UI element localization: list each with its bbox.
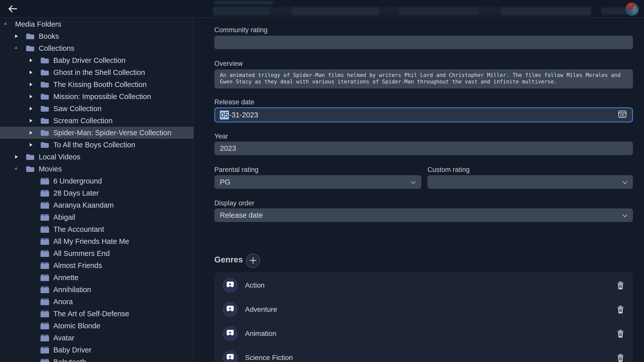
tree-item-label: Annihilation bbox=[53, 286, 91, 294]
tree-item-media-folders[interactable]: Media Folders bbox=[0, 18, 193, 30]
community-rating-input[interactable] bbox=[214, 36, 633, 49]
display-order-label: Display order bbox=[214, 199, 254, 207]
tree-item-label: 6 Underground bbox=[53, 177, 102, 185]
delete-genre-button[interactable] bbox=[617, 282, 624, 289]
parental-rating-label: Parental rating bbox=[214, 166, 259, 174]
user-avatar[interactable] bbox=[625, 2, 639, 16]
tree-item-spider-man-spider-verse-collection[interactable]: Spider-Man: Spider-Verse Collection bbox=[0, 127, 193, 139]
release-date-rest: -31-2023 bbox=[229, 111, 258, 119]
back-button[interactable] bbox=[8, 5, 18, 13]
caret-collapsed-icon[interactable] bbox=[30, 95, 40, 98]
release-date-input[interactable]: 05-31-2023 bbox=[214, 107, 633, 122]
caret-expanded-icon[interactable] bbox=[15, 167, 26, 170]
tree-item-atomic-blonde[interactable]: Atomic Blonde bbox=[0, 320, 193, 332]
caret-collapsed-icon[interactable] bbox=[15, 155, 26, 159]
tree-item-collections[interactable]: Collections bbox=[0, 42, 193, 54]
custom-rating-select[interactable] bbox=[427, 175, 633, 189]
tree-item-label: To All the Boys Collection bbox=[53, 141, 135, 149]
overview-textarea[interactable]: An animated trilogy of Spider-Man films … bbox=[214, 69, 633, 88]
tree-item-label: All Summers End bbox=[53, 249, 110, 258]
tree-item-label: Almost Friends bbox=[53, 261, 102, 270]
tree-item-label: Spider-Man: Spider-Verse Collection bbox=[53, 129, 171, 137]
folder-icon bbox=[40, 105, 49, 112]
trash-icon bbox=[617, 310, 624, 314]
display-order-select[interactable]: Release date bbox=[214, 208, 633, 222]
folder-icon bbox=[40, 117, 49, 124]
delete-genre-button[interactable] bbox=[617, 330, 624, 338]
year-input[interactable]: 2023 bbox=[214, 142, 633, 155]
tree-item-baby-driver[interactable]: Baby Driver bbox=[0, 344, 193, 356]
chevron-down-icon bbox=[622, 178, 628, 187]
year-value: 2023 bbox=[220, 144, 236, 153]
tree-item-label: The Art of Self-Defense bbox=[53, 310, 129, 318]
tree-item-babyteeth[interactable]: Babyteeth bbox=[0, 356, 193, 362]
caret-collapsed-icon[interactable] bbox=[30, 119, 40, 122]
tree-item-local-videos[interactable]: Local Videos bbox=[0, 151, 193, 163]
caret-collapsed-icon[interactable] bbox=[30, 83, 40, 86]
tree-item-baby-driver-collection[interactable]: Baby Driver Collection bbox=[0, 54, 193, 66]
movie-icon bbox=[40, 322, 49, 330]
chevron-down-icon bbox=[622, 211, 628, 220]
tree-item-to-all-the-boys-collection[interactable]: To All the Boys Collection bbox=[0, 139, 193, 151]
tree-item-label: Ghost in the Shell Collection bbox=[53, 68, 145, 77]
tree-item-anora[interactable]: Anora bbox=[0, 296, 193, 308]
caret-collapsed-icon[interactable] bbox=[30, 71, 40, 74]
parental-rating-select[interactable]: PG bbox=[214, 175, 421, 189]
trash-icon bbox=[617, 334, 624, 338]
genre-row: Animation bbox=[214, 322, 633, 346]
tree-item-saw-collection[interactable]: Saw Collection bbox=[0, 103, 193, 115]
tree-item-mission-impossible-collection[interactable]: Mission: Impossible Collection bbox=[0, 90, 193, 103]
tree-item-aaranya-kaandam[interactable]: Aaranya Kaandam bbox=[0, 199, 193, 211]
caret-expanded-icon[interactable] bbox=[15, 47, 26, 50]
tree-item-annihilation[interactable]: Annihilation bbox=[0, 284, 193, 296]
tree-item-label: The Accountant bbox=[53, 225, 104, 234]
caret-expanded-icon[interactable] bbox=[5, 23, 15, 26]
tree-item-28-days-later[interactable]: 28 Days Later bbox=[0, 187, 193, 199]
tree-item-scream-collection[interactable]: Scream Collection bbox=[0, 115, 193, 127]
caret-collapsed-icon[interactable] bbox=[15, 34, 26, 38]
tree-item-books[interactable]: Books bbox=[0, 30, 193, 42]
tree-item-the-kissing-booth-collection[interactable]: The Kissing Booth Collection bbox=[0, 78, 193, 90]
tree-item-all-my-friends-hate-me[interactable]: All My Friends Hate Me bbox=[0, 235, 193, 247]
genres-list: ActionAdventureAnimationScience Fiction bbox=[214, 272, 633, 362]
folder-icon bbox=[26, 165, 35, 173]
tree-item-almost-friends[interactable]: Almost Friends bbox=[0, 259, 193, 272]
tree-item-the-art-of-self-defense[interactable]: The Art of Self-Defense bbox=[0, 308, 193, 320]
caret-collapsed-icon[interactable] bbox=[30, 131, 40, 134]
plus-icon bbox=[249, 257, 257, 265]
tree-item-the-accountant[interactable]: The Accountant bbox=[0, 223, 193, 235]
tree-item-label: Abigail bbox=[53, 213, 75, 221]
delete-genre-button[interactable] bbox=[617, 354, 624, 362]
tree-item-label: Avatar bbox=[53, 334, 74, 342]
tree-item-label: 28 Days Later bbox=[53, 189, 99, 197]
genre-label: Adventure bbox=[245, 305, 617, 313]
tree-item-ghost-in-the-shell-collection[interactable]: Ghost in the Shell Collection bbox=[0, 66, 193, 78]
movie-icon bbox=[40, 238, 49, 245]
add-genre-button[interactable] bbox=[246, 254, 260, 268]
caret-collapsed-icon[interactable] bbox=[30, 107, 40, 110]
tree-item-label: The Kissing Booth Collection bbox=[53, 80, 147, 89]
scrolled-form-field-ghost bbox=[213, 7, 591, 16]
tree-item-movies[interactable]: Movies bbox=[0, 163, 193, 175]
genre-avatar bbox=[223, 327, 237, 340]
calendar-icon[interactable] bbox=[618, 110, 627, 120]
tree-item-all-summers-end[interactable]: All Summers End bbox=[0, 247, 193, 259]
movie-icon bbox=[40, 334, 49, 342]
delete-genre-button[interactable] bbox=[617, 306, 624, 313]
scrolled-form-field-ghost-patch bbox=[601, 8, 629, 15]
movie-icon bbox=[40, 177, 49, 185]
chevron-down-icon bbox=[410, 178, 416, 187]
tree-item-annette[interactable]: Annette bbox=[0, 272, 193, 284]
display-order-value: Release date bbox=[220, 211, 263, 219]
caret-collapsed-icon[interactable] bbox=[30, 143, 40, 147]
trash-icon bbox=[617, 286, 624, 290]
genre-label: Science Fiction bbox=[245, 354, 617, 362]
movie-icon bbox=[40, 214, 49, 221]
tree-item-6-underground[interactable]: 6 Underground bbox=[0, 175, 193, 187]
tree-item-avatar[interactable]: Avatar bbox=[0, 332, 193, 344]
release-date-selected-segment: 05 bbox=[220, 111, 229, 119]
movie-icon bbox=[40, 298, 49, 305]
movie-icon bbox=[40, 310, 49, 318]
caret-collapsed-icon[interactable] bbox=[30, 59, 40, 62]
tree-item-abigail[interactable]: Abigail bbox=[0, 211, 193, 223]
